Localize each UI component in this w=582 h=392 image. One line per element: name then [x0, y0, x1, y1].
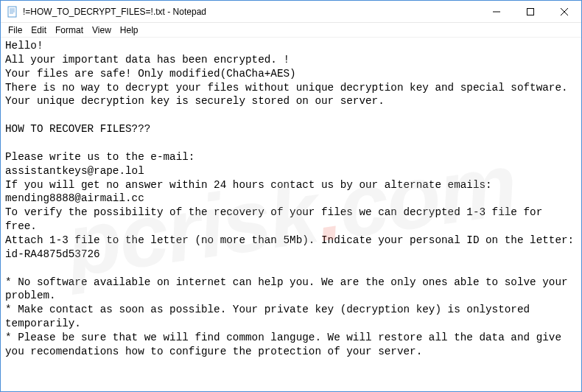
- menu-view[interactable]: View: [88, 24, 116, 37]
- text-line: * No software available on internet can …: [5, 276, 574, 302]
- text-line: Hello!: [5, 40, 43, 52]
- text-line: * Make contact as soon as possible. Your…: [5, 304, 536, 329]
- text-line: id-RA4875d53726: [5, 248, 100, 260]
- text-area[interactable]: pcrisk.comHello! All your important data…: [1, 38, 581, 391]
- menu-format[interactable]: Format: [51, 24, 88, 37]
- menu-file[interactable]: File: [4, 24, 27, 37]
- text-line: Your files are safe! Only modified(ChaCh…: [5, 68, 296, 80]
- menu-help[interactable]: Help: [116, 24, 143, 37]
- titlebar[interactable]: !=HOW_TO_DECRYPT_FILES=!.txt - Notepad: [1, 1, 581, 23]
- text-line: HOW TO RECOVER FILES???: [5, 123, 150, 135]
- menubar: File Edit Format View Help: [1, 23, 581, 38]
- svg-rect-6: [527, 8, 534, 15]
- window-controls: [480, 1, 581, 22]
- close-button[interactable]: [547, 1, 581, 22]
- text-line: Please write us to the e-mail:: [5, 151, 194, 163]
- text-line: If you will get no answer within 24 hour…: [5, 179, 492, 191]
- maximize-button[interactable]: [513, 1, 547, 22]
- text-line: assistantkeys@rape.lol: [5, 165, 144, 177]
- notepad-icon: [7, 6, 18, 18]
- text-line: There is no way to decrypt your files wi…: [5, 82, 574, 108]
- minimize-button[interactable]: [480, 1, 513, 22]
- text-line: To verify the possibility of the recover…: [5, 206, 549, 232]
- text-line: All your important data has been encrypt…: [5, 54, 290, 66]
- text-line: * Please be sure that we will find commo…: [5, 332, 568, 357]
- menu-edit[interactable]: Edit: [27, 24, 51, 37]
- notepad-window: !=HOW_TO_DECRYPT_FILES=!.txt - Notepad F…: [0, 0, 582, 392]
- text-line: mending8888@airmail.cc: [5, 192, 144, 204]
- window-title: !=HOW_TO_DECRYPT_FILES=!.txt - Notepad: [23, 7, 480, 17]
- text-line: Attach 1-3 file to the letter (no more t…: [5, 234, 574, 246]
